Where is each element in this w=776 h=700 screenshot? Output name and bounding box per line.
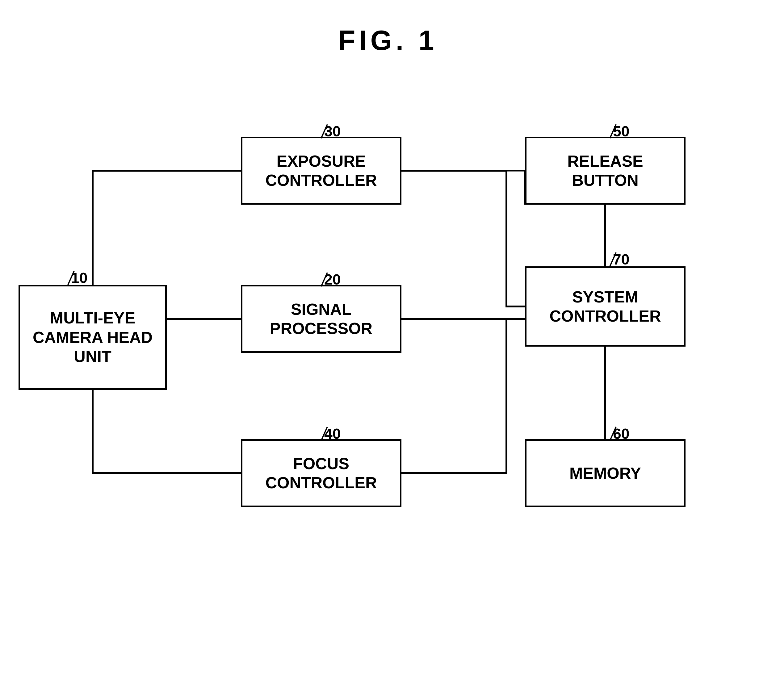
system-controller-block: SYSTEMCONTROLLER — [525, 267, 686, 347]
tick-40 — [315, 425, 334, 442]
release-button-label: RELEASEBUTTON — [567, 152, 643, 190]
diagram-container: EXPOSURECONTROLLER 30 RELEASEBUTTON 50 M… — [0, 75, 776, 677]
svg-line-17 — [321, 427, 327, 441]
memory-block: MEMORY — [525, 439, 686, 507]
release-button-block: RELEASEBUTTON — [525, 137, 686, 205]
svg-line-16 — [610, 252, 616, 267]
tick-30 — [315, 123, 334, 140]
tick-70 — [604, 251, 622, 268]
tick-50 — [604, 123, 622, 140]
page-title: FIG. 1 — [0, 0, 776, 75]
memory-label: MEMORY — [569, 463, 641, 483]
tick-20 — [315, 271, 334, 288]
focus-controller-block: FOCUSCONTROLLER — [241, 439, 401, 507]
camera-head-label: MULTI-EYECAMERA HEADUNIT — [33, 308, 152, 366]
tick-10 — [62, 270, 80, 287]
svg-line-13 — [610, 124, 616, 138]
tick-60 — [604, 425, 622, 442]
signal-processor-block: SIGNALPROCESSOR — [241, 285, 401, 353]
signal-processor-label: SIGNALPROCESSOR — [270, 300, 372, 338]
svg-line-15 — [321, 273, 327, 287]
svg-line-14 — [68, 271, 74, 285]
exposure-controller-block: EXPOSURECONTROLLER — [241, 137, 401, 205]
svg-line-18 — [610, 427, 616, 441]
svg-line-12 — [321, 124, 327, 138]
system-controller-label: SYSTEMCONTROLLER — [549, 287, 661, 326]
camera-head-block: MULTI-EYECAMERA HEADUNIT — [18, 285, 167, 390]
focus-controller-label: FOCUSCONTROLLER — [265, 454, 377, 493]
exposure-controller-label: EXPOSURECONTROLLER — [265, 152, 377, 190]
